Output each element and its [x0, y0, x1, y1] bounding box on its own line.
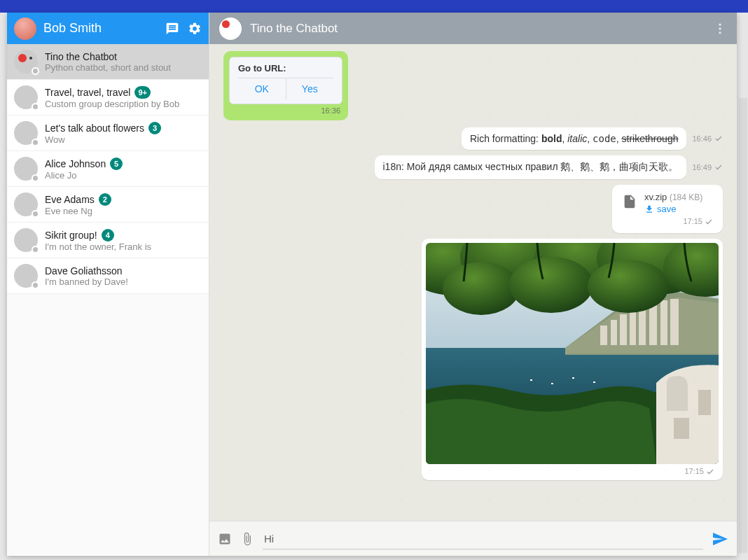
- chat-item-name: Eve Adams: [45, 194, 95, 205]
- chat-item-name: Let's talk about flowers: [45, 122, 144, 134]
- chat-item-name: Tino the Chatbot: [45, 51, 117, 62]
- chat-item-avatar: [14, 121, 38, 145]
- svg-rect-14: [698, 390, 711, 415]
- unread-badge: 4: [102, 229, 114, 241]
- chat-list-item[interactable]: Let's talk about flowers 3 Wow: [7, 115, 209, 151]
- svg-point-1: [719, 27, 721, 29]
- sidebar: Bob Smith Tino the Chatbot Python chatbo…: [7, 13, 209, 556]
- svg-rect-26: [593, 382, 595, 383]
- chat-item-avatar: [14, 85, 38, 109]
- user-avatar[interactable]: [14, 18, 36, 40]
- unread-badge: 2: [99, 193, 111, 206]
- chat-item-avatar: [14, 192, 38, 216]
- chat-item-subtitle: I'm not the owner, Frank is: [45, 241, 202, 252]
- more-icon[interactable]: [713, 22, 727, 36]
- svg-rect-11: [660, 300, 667, 345]
- message-file: xv.zip (184 KB) save 17:15: [612, 185, 723, 233]
- chat-item-name: Sikrit group!: [45, 230, 97, 241]
- page-scrollbar[interactable]: [739, 98, 747, 553]
- chat-item-name: Travel, travel, travel: [45, 87, 130, 98]
- chat-item-subtitle: Eve nee Ng: [45, 206, 202, 216]
- message-input[interactable]: [263, 528, 703, 550]
- file-size: (184 KB): [670, 192, 702, 202]
- file-name: xv.zip: [644, 192, 667, 202]
- unread-badge: 5: [110, 158, 123, 170]
- chat-title: Tino the Chatbot: [250, 22, 713, 36]
- svg-point-2: [719, 31, 721, 34]
- chat-list-item[interactable]: Dave Goliathsson I'm banned by Dave!: [7, 258, 209, 294]
- attach-icon[interactable]: [240, 532, 254, 546]
- svg-rect-13: [674, 418, 689, 439]
- app-window: Bob Smith Tino the Chatbot Python chatbo…: [7, 13, 737, 556]
- chat-list-item[interactable]: Tino the Chatbot Python chatbot, short a…: [7, 44, 209, 80]
- svg-rect-5: [600, 326, 607, 345]
- message-meta: 17:15: [622, 217, 713, 226]
- svg-rect-8: [630, 310, 636, 345]
- chat-item-avatar: [14, 157, 38, 181]
- svg-point-22: [588, 260, 669, 313]
- card-title: Go to URL:: [238, 63, 333, 74]
- check-icon: [705, 218, 713, 226]
- new-chat-icon[interactable]: [165, 22, 179, 36]
- unread-badge: 3: [148, 122, 161, 134]
- chat-item-subtitle: Python chatbot, short and stout: [45, 62, 202, 73]
- svg-point-0: [719, 23, 721, 25]
- file-save-link[interactable]: save: [644, 204, 702, 214]
- message-time: 16:36: [229, 106, 342, 115]
- chat-list-item[interactable]: Alice Johnson 5 Alice Jo: [7, 151, 209, 187]
- svg-point-21: [509, 257, 593, 313]
- message-meta: 16:46: [692, 134, 723, 143]
- composer: [209, 521, 737, 556]
- chat-list-item[interactable]: Sikrit group! 4 I'm not the owner, Frank…: [7, 223, 209, 258]
- card-yes-button[interactable]: Yes: [286, 78, 334, 99]
- chat-item-subtitle: Custom group description by Bob: [45, 99, 202, 109]
- chat-avatar[interactable]: [219, 18, 242, 40]
- messages-area[interactable]: Go to URL: OK Yes 16:36 Rich formatting:…: [209, 44, 737, 521]
- svg-rect-23: [530, 379, 532, 381]
- browser-topbar: [0, 0, 748, 13]
- document-icon: [622, 192, 637, 211]
- check-icon: [706, 468, 714, 476]
- chat-item-subtitle: Alice Jo: [45, 170, 202, 181]
- sidebar-header: Bob Smith: [7, 13, 209, 44]
- main-panel: Tino the Chatbot Go to URL: OK Yes 16:36: [209, 13, 737, 556]
- chat-item-subtitle: Wow: [45, 134, 202, 145]
- message-image[interactable]: 17:15: [422, 239, 723, 480]
- chat-list-item[interactable]: Eve Adams 2 Eve nee Ng: [7, 187, 209, 223]
- message-meta: 17:15: [426, 464, 719, 476]
- send-button[interactable]: [712, 531, 728, 547]
- svg-rect-25: [572, 377, 574, 379]
- chat-item-avatar: [14, 264, 38, 288]
- svg-rect-7: [620, 314, 627, 345]
- message-formatting: Rich formatting: bold, italic, code, str…: [462, 127, 687, 150]
- download-icon: [644, 204, 654, 214]
- chat-header: Tino the Chatbot: [209, 13, 737, 44]
- check-icon: [714, 163, 723, 172]
- check-icon: [714, 134, 723, 143]
- unread-badge: 9+: [134, 86, 151, 99]
- svg-rect-10: [649, 303, 657, 345]
- photo-content: [426, 243, 719, 464]
- message-i18n: i18n: Мой дядя самых честных правил 鹅、鹅、…: [375, 155, 687, 179]
- chat-list-item[interactable]: Travel, travel, travel 9+ Custom group d…: [7, 80, 209, 115]
- svg-rect-12: [670, 299, 679, 345]
- chat-item-subtitle: I'm banned by Dave!: [45, 276, 202, 287]
- svg-rect-6: [611, 320, 617, 345]
- message-meta: 16:49: [692, 163, 723, 172]
- svg-rect-24: [551, 383, 553, 384]
- chat-item-avatar: [14, 228, 38, 252]
- gear-icon[interactable]: [188, 22, 202, 36]
- chat-item-name: Alice Johnson: [45, 158, 106, 169]
- bot-card-message: Go to URL: OK Yes 16:36: [223, 51, 348, 120]
- image-icon[interactable]: [218, 532, 232, 546]
- user-name: Bob Smith: [43, 21, 165, 36]
- chat-item-avatar: [14, 50, 38, 74]
- chat-item-name: Dave Goliathsson: [45, 265, 123, 276]
- svg-point-20: [443, 262, 520, 315]
- chat-list: Tino the Chatbot Python chatbot, short a…: [7, 44, 209, 556]
- card-ok-button[interactable]: OK: [238, 78, 286, 99]
